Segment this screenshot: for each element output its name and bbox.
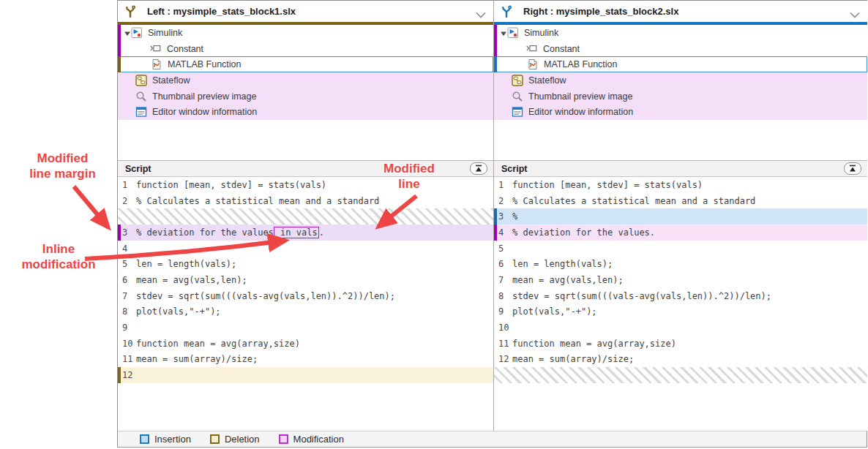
code-line-12[interactable]: 12 xyxy=(118,367,493,383)
code-text: stdev = sqrt(sum(((vals-avg(vals,len)).^… xyxy=(136,291,395,301)
code-text: mean = avg(vals,len); xyxy=(512,275,624,285)
modified-line-margin xyxy=(118,224,121,241)
code-line-7[interactable]: 7stdev = sqrt(sum(((vals-avg(vals,len)).… xyxy=(118,288,493,304)
code-text: function [mean, stdev] = stats(vals) xyxy=(136,180,326,190)
legend-item-insertion: Insertion xyxy=(140,434,191,445)
tree-item-constant[interactable]: Constant xyxy=(494,41,867,57)
tree-item-label: Thumbnail preview image xyxy=(152,91,256,102)
line-number: 3 xyxy=(122,227,136,238)
code-line-3[interactable]: 3% xyxy=(494,208,867,224)
line-number: 12 xyxy=(122,370,136,380)
code-line-2[interactable]: 2% Calculates a statistical mean and a s… xyxy=(494,193,867,209)
tree-item-thumbnail-preview-image[interactable]: Thumbnail preview image xyxy=(494,88,867,105)
line-number: 5 xyxy=(122,259,136,269)
tree-item-label: MATLAB Function xyxy=(168,59,242,69)
right-code-area: 1function [mean, stdev] = stats(vals)2% … xyxy=(494,177,867,383)
code-text: % deviation for the values in vals. xyxy=(136,227,324,238)
tree-item-editor-window-information[interactable]: Editor window information xyxy=(494,104,867,120)
right-file-title: Right : mysimple_stats_block2.slx xyxy=(523,6,678,17)
matlab-function-icon xyxy=(151,59,162,70)
code-line-1[interactable]: 1function [mean, stdev] = stats(vals) xyxy=(494,177,867,193)
code-fragment: . xyxy=(319,227,324,238)
line-number: 6 xyxy=(122,275,136,285)
tree-item-label: Editor window information xyxy=(528,107,633,117)
code-line-11[interactable]: 11mean = sum(array)/size; xyxy=(118,352,493,368)
code-line-8[interactable]: 8stdev = sqrt(sum(((vals-avg(vals,len)).… xyxy=(494,288,867,304)
code-line-7[interactable]: 7mean = avg(vals,len); xyxy=(494,272,867,288)
tree-item-matlab-function[interactable]: MATLAB Function xyxy=(494,56,867,72)
line-number: 9 xyxy=(498,306,512,317)
line-number: 5 xyxy=(498,244,512,254)
annotation-text-line: line xyxy=(364,176,454,192)
tree-item-editor-window-information[interactable]: Editor window information xyxy=(118,104,493,120)
code-text: plot(vals,"-+"); xyxy=(512,306,597,317)
code-text: plot(vals,"-+"); xyxy=(136,306,221,317)
tree-item-constant[interactable]: Constant xyxy=(118,41,493,57)
right-file-selector[interactable]: Right : mysimple_stats_block2.slx xyxy=(494,1,867,22)
compare-fork-icon xyxy=(500,5,513,18)
line-number: 11 xyxy=(498,339,512,349)
code-line-9[interactable]: 9plot(vals,"-+"); xyxy=(494,304,867,320)
simulink-icon xyxy=(507,27,519,39)
code-line-12[interactable]: 12mean = sum(array)/size; xyxy=(494,352,867,368)
tree-item-stateflow[interactable]: Stateflow xyxy=(494,72,867,88)
tree-item-thumbnail-preview-image[interactable]: Thumbnail preview image xyxy=(118,88,493,105)
compare-fork-icon xyxy=(124,5,137,18)
code-line-4[interactable]: 4% deviation for the values. xyxy=(494,224,867,241)
code-line-3[interactable]: 3% deviation for the values in vals. xyxy=(118,224,493,241)
right-model-tree: SimulinkConstantMATLAB FunctionStateflow… xyxy=(494,25,867,120)
expand-arrow-icon[interactable] xyxy=(124,29,131,37)
tree-item-label: Stateflow xyxy=(152,75,190,86)
code-line-6[interactable]: 6mean = avg(vals,len); xyxy=(118,272,493,288)
code-line-10[interactable]: 10function mean = avg(array,size) xyxy=(118,336,493,352)
left-pane: Left : mysimple_stats_block1.slx Simulin… xyxy=(118,1,493,431)
tree-item-label: MATLAB Function xyxy=(544,59,618,69)
right-pane: Right : mysimple_stats_block2.slx Simuli… xyxy=(493,1,867,431)
legend-item-deletion: Deletion xyxy=(210,434,260,445)
code-line-4[interactable]: 4 xyxy=(118,241,493,257)
collapse-section-button[interactable] xyxy=(844,162,861,175)
code-line-5[interactable]: 5 xyxy=(494,241,867,257)
left-model-tree: SimulinkConstantMATLAB FunctionStateflow… xyxy=(118,25,493,120)
code-line-5[interactable]: 5len = length(vals); xyxy=(118,256,493,272)
script-panel-title: Script xyxy=(125,164,151,174)
placeholder-row[interactable] xyxy=(118,208,493,224)
stateflow-icon xyxy=(135,75,147,86)
constant-icon xyxy=(150,43,162,55)
code-text: len = length(vals); xyxy=(512,259,613,269)
chevron-down-icon[interactable] xyxy=(476,8,486,15)
code-text: function [mean, stdev] = stats(vals) xyxy=(512,180,703,190)
tree-item-label: Simulink xyxy=(148,28,182,38)
placeholder-row[interactable] xyxy=(494,367,867,383)
tree-item-simulink[interactable]: Simulink xyxy=(494,25,867,41)
tree-item-matlab-function[interactable]: MATLAB Function xyxy=(118,56,493,72)
annotation-text-line: Inline xyxy=(0,241,117,257)
inline-modification-box: in vals xyxy=(274,227,319,238)
code-text: function mean = avg(array,size) xyxy=(136,339,300,349)
comparison-tool-screenshot: Modifiedline margin Inlinemodification M… xyxy=(0,0,868,449)
chevron-down-icon[interactable] xyxy=(850,8,860,15)
code-line-6[interactable]: 6len = length(vals); xyxy=(494,256,867,272)
line-number: 8 xyxy=(122,306,136,317)
line-number: 1 xyxy=(498,180,512,190)
code-line-9[interactable]: 9 xyxy=(118,320,493,336)
line-number: 12 xyxy=(498,354,512,364)
deleted-line-margin xyxy=(118,367,121,383)
code-line-8[interactable]: 8plot(vals,"-+"); xyxy=(118,304,493,320)
tree-item-simulink[interactable]: Simulink xyxy=(118,25,493,41)
simulink-icon xyxy=(131,27,143,39)
editor-window-icon xyxy=(135,106,147,118)
code-text: stdev = sqrt(sum(((vals-avg(vals,len)).^… xyxy=(512,291,771,301)
matlab-function-icon xyxy=(527,59,539,70)
code-line-11[interactable]: 11function mean = avg(array,size) xyxy=(494,336,867,352)
code-line-10[interactable]: 10 xyxy=(494,320,867,336)
collapse-section-button[interactable] xyxy=(470,162,487,175)
expand-arrow-icon[interactable] xyxy=(500,29,507,37)
comparison-app-window: Left : mysimple_stats_block1.slx Simulin… xyxy=(117,0,867,448)
right-script-panel: Script 1function [mean, stdev] = stats(v… xyxy=(494,160,867,431)
modification-swatch-icon xyxy=(279,434,288,444)
right-script-header: Script xyxy=(494,161,867,177)
tree-item-stateflow[interactable]: Stateflow xyxy=(118,72,493,88)
code-line-2[interactable]: 2% Calculates a statistical mean and a s… xyxy=(118,193,493,209)
left-file-selector[interactable]: Left : mysimple_stats_block1.slx xyxy=(118,1,493,22)
